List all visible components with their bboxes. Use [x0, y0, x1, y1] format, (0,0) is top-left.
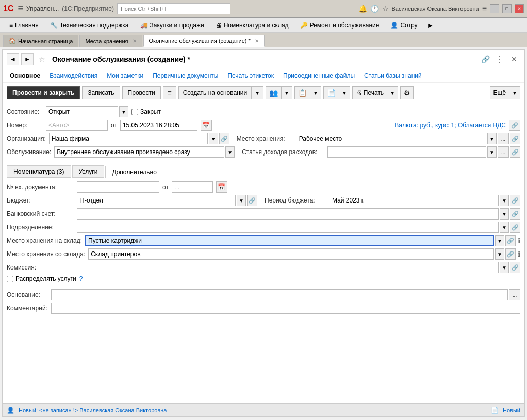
minimize-button[interactable]: — [490, 4, 499, 13]
budget-arrow-button[interactable]: ▼ [237, 195, 246, 206]
commission-input[interactable] [77, 262, 499, 273]
income-copy-button[interactable]: 🔗 [510, 146, 520, 158]
post-close-button[interactable]: Провести и закрыть [7, 86, 80, 99]
notification-icon[interactable]: 🔔 [358, 5, 367, 13]
subdivision-input[interactable] [77, 222, 499, 233]
basis-input[interactable] [51, 289, 508, 300]
itab-additional[interactable]: Дополнительно [105, 166, 163, 178]
bank-arrow-button[interactable]: ▼ [500, 208, 509, 220]
group-icon3-arrow-button[interactable]: ▼ [339, 86, 350, 99]
sidebar-item-repair[interactable]: 🔑 Ремонт и обслуживание [295, 20, 385, 31]
distribute-checkbox[interactable] [7, 276, 13, 282]
group-icon2-button[interactable]: 📋 [294, 86, 310, 99]
storage-from-input[interactable] [88, 248, 494, 260]
date-input[interactable] [120, 120, 197, 131]
close-button[interactable]: ✕ [515, 4, 524, 13]
distribute-checkbox-label[interactable]: Распределять услуги [7, 275, 76, 282]
print-arrow-button[interactable]: ▼ [387, 86, 398, 99]
sidebar-item-support[interactable]: 🔧 Техническая поддержка [45, 20, 134, 31]
subdivision-copy-button[interactable]: 🔗 [510, 222, 520, 233]
commission-arrow-button[interactable]: ▼ [500, 262, 509, 273]
doctab-main[interactable]: Основное [7, 71, 43, 80]
subdivision-arrow-button[interactable]: ▼ [500, 222, 509, 233]
doctab-notes[interactable]: Мои заметки [104, 71, 146, 80]
doctab-files[interactable]: Присоединенные файлы [280, 71, 358, 80]
maximize-button[interactable]: □ [502, 4, 512, 13]
itab-services[interactable]: Услуги [72, 165, 105, 178]
storage-copy-button[interactable]: 🔗 [510, 133, 520, 144]
number-input[interactable] [46, 120, 108, 131]
nav-forward-button[interactable]: ► [21, 53, 34, 65]
doctab-labels[interactable]: Печать этикеток [224, 71, 277, 80]
menu-icon[interactable]: ≡ [18, 3, 23, 14]
save-button[interactable]: Записать [82, 86, 120, 99]
closed-checkbox[interactable] [131, 109, 138, 115]
sidebar-item-nomenclature[interactable]: 🖨 Номенклатура и склад [210, 20, 294, 31]
more-label-button[interactable]: Ещё [490, 86, 509, 99]
org-input[interactable] [49, 133, 208, 144]
calendar-button[interactable]: 📅 [201, 120, 212, 131]
sidebar-item-staff[interactable]: 👤 Сотру [385, 20, 422, 31]
tab-maintenance-close[interactable]: ✕ [255, 38, 259, 44]
bank-copy-button[interactable]: 🔗 [510, 208, 520, 220]
doc-close-button[interactable]: ✕ [508, 53, 520, 65]
org-copy-button[interactable]: 🔗 [219, 133, 229, 144]
doctab-knowledge[interactable]: Статьи базы знаний [361, 71, 425, 80]
storage-dots-button[interactable]: ... [498, 133, 509, 144]
group-icon3-button[interactable]: 📄 [323, 86, 339, 99]
nav-back-button[interactable]: ◄ [7, 53, 19, 65]
storage-on-arrow-button[interactable]: ▼ [495, 235, 504, 246]
currency-copy-button[interactable]: 🔗 [509, 120, 520, 131]
storage-on-input[interactable] [85, 235, 494, 246]
tab-storage[interactable]: Места хранения ✕ [79, 35, 142, 47]
print-button[interactable]: 🖨 Печать [352, 86, 387, 99]
settings-button[interactable]: ⚙ [400, 86, 414, 99]
clock-icon[interactable]: 🕐 [370, 5, 379, 13]
budget-period-input[interactable] [330, 195, 499, 206]
sidebar-item-home[interactable]: ≡ Главная [4, 20, 44, 31]
link-button[interactable]: 🔗 [479, 53, 491, 65]
storage-on-info-icon[interactable]: ℹ [518, 237, 520, 245]
budget-period-copy-button[interactable]: 🔗 [510, 195, 520, 206]
distribute-help-icon[interactable]: ? [79, 275, 83, 282]
create-based-button[interactable]: Создать на основании [178, 86, 252, 99]
storage-on-copy-button[interactable]: 🔗 [505, 235, 516, 246]
budget-copy-button[interactable]: 🔗 [247, 195, 257, 206]
comment-input[interactable] [51, 303, 520, 314]
storage-from-arrow-button[interactable]: ▼ [495, 248, 504, 260]
storage-from-info-icon[interactable]: ℹ [518, 250, 520, 258]
more-arrow-button[interactable]: ▼ [509, 86, 520, 99]
state-input[interactable] [46, 106, 118, 117]
service-input[interactable] [54, 146, 224, 158]
org-arrow-button[interactable]: ▼ [209, 133, 218, 144]
itab-nomenclature[interactable]: Номенклатура (3) [7, 165, 71, 178]
budget-input[interactable] [77, 195, 236, 206]
title-bar-lines-icon[interactable]: ≡ [482, 4, 487, 13]
group-icon1-button[interactable]: 👥 [266, 86, 281, 99]
tab-storage-close[interactable]: ✕ [133, 38, 137, 44]
basis-dots-button[interactable]: ... [509, 289, 520, 300]
from-calendar-button[interactable]: 📅 [216, 181, 227, 193]
search-input[interactable] [117, 3, 230, 14]
state-arrow-button[interactable]: ▼ [119, 106, 128, 117]
storage-input[interactable] [297, 133, 486, 144]
bank-input[interactable] [77, 208, 499, 220]
tab-home[interactable]: 🏠 Начальная страница [3, 35, 78, 47]
from-date-input[interactable] [172, 181, 213, 193]
budget-period-arrow-button[interactable]: ▼ [500, 195, 509, 206]
group-icon1-arrow-button[interactable]: ▼ [281, 86, 292, 99]
list-button[interactable]: ≡ [163, 86, 176, 99]
closed-checkbox-label[interactable]: Закрыт [131, 108, 161, 115]
sidebar-item-purchases[interactable]: 🚚 Закупки и продажи [135, 20, 209, 31]
commission-copy-button[interactable]: 🔗 [510, 262, 520, 273]
income-input[interactable] [327, 146, 486, 158]
storage-from-copy-button[interactable]: 🔗 [505, 248, 516, 260]
income-dots-button[interactable]: ... [498, 146, 509, 158]
star-icon[interactable]: ☆ [382, 5, 389, 13]
more-button[interactable]: ⋮ [493, 53, 506, 65]
doctab-primary[interactable]: Первичные документы [150, 71, 221, 80]
service-arrow-button[interactable]: ▼ [225, 146, 235, 158]
tab-maintenance[interactable]: Окончание обслуживания (создание) * ✕ [143, 35, 265, 47]
status-user-link[interactable]: Новый: <не записан !> Василевская Оксана… [19, 407, 167, 413]
post-button[interactable]: Провести [122, 86, 161, 99]
